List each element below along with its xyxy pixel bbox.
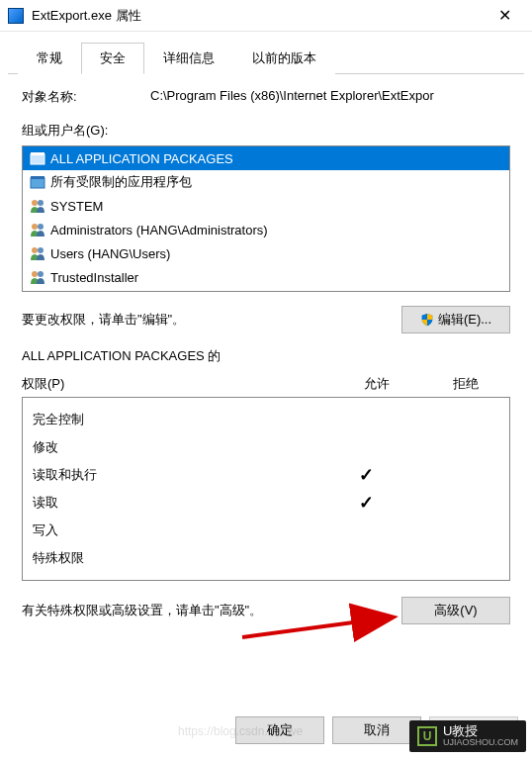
group-item-label: Administrators (HANG\Administrators) <box>50 223 268 237</box>
svg-point-5 <box>38 200 44 206</box>
svg-point-10 <box>32 271 38 277</box>
svg-point-6 <box>32 224 38 230</box>
tab-0[interactable]: 常规 <box>18 43 81 74</box>
svg-rect-0 <box>31 154 44 164</box>
close-button[interactable]: ✕ <box>485 0 524 32</box>
edit-button-label: 编辑(E)... <box>438 311 491 329</box>
object-name-row: 对象名称: C:\Program Files (x86)\Internet Ex… <box>22 88 510 106</box>
advanced-hint-text: 有关特殊权限或高级设置，请单击"高级"。 <box>22 602 401 619</box>
permission-name: 完全控制 <box>33 411 321 428</box>
advanced-row: 有关特殊权限或高级设置，请单击"高级"。 高级(V) <box>22 597 510 624</box>
svg-point-7 <box>38 224 44 230</box>
cancel-button[interactable]: 取消 <box>332 716 421 744</box>
permission-row: 读取和执行✓ <box>33 461 499 489</box>
svg-point-11 <box>38 271 44 277</box>
permissions-title-line1: ALL APPLICATION PACKAGES 的 <box>22 347 510 365</box>
ok-button[interactable]: 确定 <box>235 716 324 744</box>
permission-allow: ✓ <box>321 464 410 486</box>
edit-permissions-row: 要更改权限，请单击"编辑"。 编辑(E)... <box>22 306 510 333</box>
permission-row: 完全控制 <box>33 406 499 433</box>
group-item-label: SYSTEM <box>50 199 103 214</box>
users-icon <box>29 269 46 285</box>
permission-allow: ✓ <box>321 492 410 514</box>
window-title: ExtExport.exe 属性 <box>32 7 485 25</box>
tab-2[interactable]: 详细信息 <box>144 43 233 74</box>
tab-strip: 常规安全详细信息以前的版本 <box>8 32 524 74</box>
tab-1[interactable]: 安全 <box>81 43 144 74</box>
permission-row: 读取✓ <box>33 489 499 517</box>
permission-name: 写入 <box>33 521 321 539</box>
users-icon <box>29 198 46 214</box>
group-item-label: TrustedInstaller <box>50 270 138 285</box>
tab-content-security: 对象名称: C:\Program Files (x86)\Internet Ex… <box>0 74 532 638</box>
users-icon <box>29 245 46 261</box>
package-icon <box>29 150 46 166</box>
advanced-button-label: 高级(V) <box>434 602 477 619</box>
svg-rect-1 <box>31 152 44 155</box>
permissions-title-line2: 权限(P) <box>22 375 332 393</box>
permission-name: 修改 <box>33 438 321 456</box>
column-deny: 拒绝 <box>421 375 510 393</box>
group-item-label: ALL APPLICATION PACKAGES <box>50 151 233 166</box>
svg-point-9 <box>38 247 44 253</box>
edit-button[interactable]: 编辑(E)... <box>401 306 510 333</box>
permission-name: 读取 <box>33 494 321 512</box>
group-users-label: 组或用户名(G): <box>22 122 510 140</box>
object-name-label: 对象名称: <box>22 88 150 106</box>
permission-row: 特殊权限 <box>33 544 499 572</box>
group-item[interactable]: SYSTEM <box>23 194 509 218</box>
tab-3[interactable]: 以前的版本 <box>233 43 335 74</box>
permissions-listbox: 完全控制修改读取和执行✓读取✓写入特殊权限 <box>22 397 510 581</box>
svg-rect-3 <box>31 176 44 179</box>
object-name-value: C:\Program Files (x86)\Internet Explorer… <box>150 88 510 106</box>
package-icon <box>29 174 46 190</box>
svg-point-4 <box>32 200 38 206</box>
group-item[interactable]: TrustedInstaller <box>23 265 509 289</box>
titlebar: ExtExport.exe 属性 ✕ <box>0 0 532 32</box>
app-icon <box>8 8 24 24</box>
permissions-header: 权限(P) 允许 拒绝 <box>22 375 510 393</box>
group-item[interactable]: Users (HANG\Users) <box>23 241 509 265</box>
group-item-label: Users (HANG\Users) <box>50 246 170 261</box>
column-allow: 允许 <box>332 375 421 393</box>
group-item-label: 所有受限制的应用程序包 <box>50 173 192 191</box>
permission-row: 修改 <box>33 433 499 461</box>
group-item[interactable]: 所有受限制的应用程序包 <box>23 170 509 194</box>
apply-button[interactable]: 应用 <box>429 716 518 744</box>
group-item[interactable]: ALL APPLICATION PACKAGES <box>23 146 509 170</box>
svg-rect-2 <box>31 178 44 188</box>
group-item[interactable]: Administrators (HANG\Administrators) <box>23 218 509 241</box>
dialog-footer: 确定 取消 应用 <box>0 716 532 744</box>
edit-hint-text: 要更改权限，请单击"编辑"。 <box>22 311 401 329</box>
permission-name: 读取和执行 <box>33 466 321 484</box>
permission-name: 特殊权限 <box>33 549 321 567</box>
permission-row: 写入 <box>33 517 499 544</box>
users-icon <box>29 222 46 237</box>
shield-icon <box>420 313 434 327</box>
advanced-button[interactable]: 高级(V) <box>401 597 510 624</box>
svg-point-8 <box>32 247 38 253</box>
group-users-listbox[interactable]: ALL APPLICATION PACKAGES所有受限制的应用程序包SYSTE… <box>22 145 510 292</box>
